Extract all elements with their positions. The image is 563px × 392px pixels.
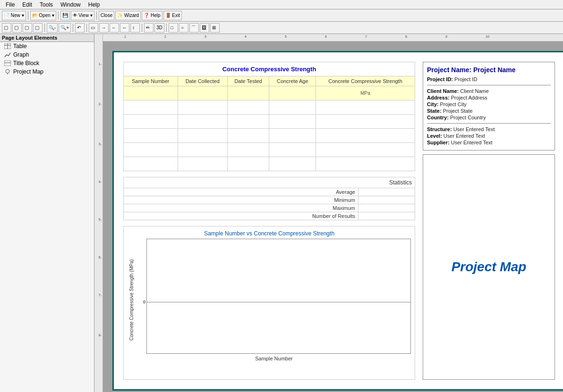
exit-button[interactable]: 🚪 Exit xyxy=(163,11,182,20)
ruler-top-10: 10 xyxy=(486,35,489,38)
tool-draw[interactable]: ✏ xyxy=(144,23,154,33)
chart-container: Sample Number vs Concrete Compressive St… xyxy=(123,226,415,380)
tool-img[interactable]: 🖼 xyxy=(200,23,209,33)
titleblock-icon xyxy=(4,60,11,67)
statistics-table: Statistics Average Minimum xyxy=(123,177,415,220)
sidebar-item-table[interactable]: Table xyxy=(0,42,94,50)
menubar: File Edit Tools Window Help xyxy=(0,0,563,9)
col-strength: Concrete Compressive Strength xyxy=(316,76,415,86)
menu-edit[interactable]: Edit xyxy=(18,0,36,9)
title-block: Project Name: Project Name Project ID: P… xyxy=(423,62,555,150)
open-button[interactable]: 📂 Open ▾ xyxy=(30,11,56,20)
ruler-top-6: 6 xyxy=(325,35,327,38)
row2-c2 xyxy=(178,115,227,129)
ruler-top-3: 3 xyxy=(205,35,206,38)
structure-val: User Entered Text xyxy=(453,126,495,132)
zoom-out-button[interactable]: 🔍- xyxy=(47,23,58,33)
sidebar-item-graph[interactable]: Graph xyxy=(0,50,94,59)
tool-3d[interactable]: 3D xyxy=(154,23,164,33)
concrete-table: Concrete Compressive Strength Sample Num… xyxy=(123,62,415,171)
tool-select2[interactable]: ▢ xyxy=(12,23,22,33)
state-val: Project State xyxy=(443,108,473,114)
supplier-label: Supplier: xyxy=(427,140,450,145)
unit-date-tested xyxy=(227,86,269,100)
project-id-row: Project ID: Project ID xyxy=(427,76,551,82)
menu-help[interactable]: Help xyxy=(85,0,104,9)
ruler-label-4: 4- xyxy=(99,180,102,183)
table-icon xyxy=(4,43,11,50)
view-button[interactable]: 👁 View ▾ xyxy=(71,11,94,20)
tool-curve[interactable]: ⌒ xyxy=(189,23,199,33)
stats-avg-value xyxy=(358,188,415,196)
tool-select1[interactable]: ▢ xyxy=(2,23,11,33)
ruler-top-8: 8 xyxy=(405,35,407,38)
row2-c4 xyxy=(269,115,316,129)
project-id-label: Project ID: xyxy=(427,76,453,82)
project-id-val: Project ID xyxy=(454,76,477,82)
tool-a[interactable]: ▭ xyxy=(89,23,98,33)
help-button[interactable]: ❓ Help xyxy=(142,11,162,20)
divider2 xyxy=(427,123,551,124)
close-button[interactable]: Close xyxy=(99,11,115,20)
country-label: Country: xyxy=(427,115,449,120)
chart-title: Sample Number vs Concrete Compressive St… xyxy=(128,230,411,237)
save-button[interactable]: 💾 xyxy=(60,11,70,20)
zoom-in-button[interactable]: 🔍+ xyxy=(59,23,71,33)
chart-ylabel: Concrete Compressive Strength (MPa) xyxy=(128,239,135,361)
col-sample: Sample Number xyxy=(124,76,178,86)
chart-yaxis-area: 0 Sample Number xyxy=(137,239,411,361)
wizard-button[interactable]: ✨ Wizard xyxy=(115,11,141,20)
tool-c[interactable]: ← xyxy=(110,23,119,33)
country-val: Project Country xyxy=(450,115,486,120)
menu-tools[interactable]: Tools xyxy=(36,0,57,9)
client-name-val: Client Name xyxy=(460,88,489,94)
tool-b[interactable]: → xyxy=(99,23,109,33)
sidebar-item-projectmap[interactable]: Project Map xyxy=(0,67,94,76)
menu-window[interactable]: Window xyxy=(57,0,85,9)
new-button[interactable]: 📄 New ▾ xyxy=(2,11,26,20)
tool-d[interactable]: ↔ xyxy=(120,23,129,33)
unit-date-collected xyxy=(178,86,227,100)
sidebar-item-titleblock[interactable]: Title Block xyxy=(0,59,94,67)
state-row: State: Project State xyxy=(427,108,551,114)
tool-select3[interactable]: ▢ xyxy=(23,23,32,33)
page: Concrete Compressive Strength Sample Num… xyxy=(112,51,563,391)
ruler-label-7: 7- xyxy=(99,293,102,297)
menu-file[interactable]: File xyxy=(2,0,18,9)
ruler-top-7: 7 xyxy=(365,35,367,38)
tool-e[interactable]: ↕ xyxy=(130,23,140,33)
tool-select4[interactable]: ▢ xyxy=(33,23,43,33)
page-right: Project Name: Project Name Project ID: P… xyxy=(423,62,555,380)
ruler-label-2: 2- xyxy=(99,102,102,106)
row4-c2 xyxy=(178,143,227,157)
ruler-top-5: 5 xyxy=(285,35,287,38)
sep3 xyxy=(96,11,97,20)
sep4 xyxy=(44,24,45,32)
row4-c3 xyxy=(227,143,269,157)
tool-grid[interactable]: ⊞ xyxy=(210,23,220,33)
client-name-row: Client Name: Client Name xyxy=(427,88,551,94)
row5-c1 xyxy=(124,157,178,171)
stats-title: Statistics xyxy=(124,177,415,188)
unit-sample xyxy=(124,86,178,100)
tool-circle[interactable]: ○ xyxy=(179,23,188,33)
stats-min-value xyxy=(358,196,415,204)
structure-label: Structure: xyxy=(427,126,452,132)
address-label: Address: xyxy=(427,95,450,100)
ruler-top-1: 1 xyxy=(124,35,126,38)
tool-rect[interactable]: □ xyxy=(169,23,178,33)
stats-avg-label: Average xyxy=(124,188,358,196)
main-area: Page Layout Elements Table Graph Title B… xyxy=(0,34,563,392)
row2-c3 xyxy=(227,115,269,129)
row5-c3 xyxy=(227,157,269,171)
row2-c5 xyxy=(316,115,415,129)
svg-rect-3 xyxy=(4,60,11,66)
supplier-row: Supplier: User Entered Text xyxy=(427,140,551,145)
row1-c2 xyxy=(178,100,227,115)
undo-button[interactable]: ↶ xyxy=(75,23,85,33)
ruler-top: 1 2 3 4 5 6 7 8 9 10 xyxy=(103,34,563,42)
level-val: User Entered Text xyxy=(444,133,485,139)
zero-line xyxy=(147,302,410,302)
row3-c2 xyxy=(178,129,227,143)
state-label: State: xyxy=(427,108,442,114)
